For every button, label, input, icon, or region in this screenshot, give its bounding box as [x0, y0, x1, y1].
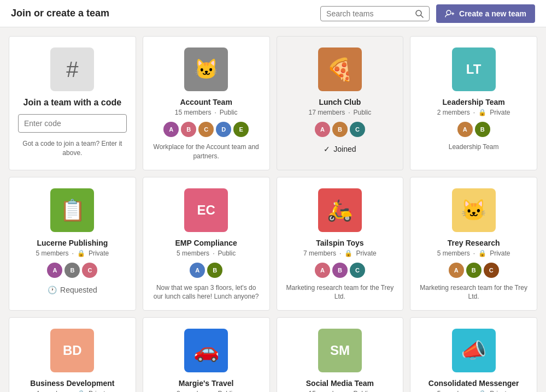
avatar: A: [449, 263, 464, 278]
team-card-emp-compliance[interactable]: EC EMP Compliance 5 members · Public A B…: [143, 177, 270, 311]
lock-icon: 🔒: [478, 109, 486, 116]
team-icon-leadership-team: LT: [452, 47, 496, 91]
team-meta-business-development: 4 members · 🔒 Private: [36, 390, 109, 392]
avatar: B: [332, 122, 348, 137]
team-card-account-team[interactable]: 🐱 Account Team 15 members · Public A B C…: [143, 36, 270, 170]
lock-icon: 🔒: [344, 250, 353, 257]
team-name-trey-research: Trey Research: [448, 239, 500, 247]
team-meta-margies-travel: 8 members · Public: [177, 390, 236, 392]
team-name-leadership-team: Leadership Team: [443, 98, 505, 106]
lock-icon: 🔒: [77, 250, 85, 257]
team-name-lunch-club: Lunch Club: [319, 98, 361, 106]
team-desc-emp-compliance: Now that we span 3 floors, let's do our …: [152, 283, 261, 302]
team-card-leadership-team[interactable]: LT Leadership Team 2 members · 🔒 Private…: [410, 36, 537, 170]
team-meta-lucerne-publishing: 5 members · 🔒 Private: [36, 250, 109, 257]
create-team-icon: [445, 9, 455, 19]
team-card-trey-research[interactable]: 🐱 Trey Research 5 members · 🔒 Private A …: [410, 177, 537, 311]
team-desc-trey-research: Marketing research team for the Trey Ltd…: [419, 283, 528, 302]
team-name-lucerne-publishing: Lucerne Publishing: [37, 239, 108, 247]
team-name-social-media-team: Social Media Team: [306, 379, 374, 388]
teams-grid: # Join a team with a code Got a code to …: [0, 27, 546, 392]
team-avatars-lucerne-publishing: A B C: [47, 263, 97, 278]
team-card-tailspin-toys[interactable]: 🛵 Tailspin Toys 7 members · 🔒 Private A …: [277, 177, 404, 311]
team-card-business-development[interactable]: BD Business Development 4 members · 🔒 Pr…: [9, 317, 136, 392]
lock-icon: 🔒: [478, 390, 486, 392]
team-card-margies-travel[interactable]: 🚗 Margie's Travel 8 members · Public: [143, 317, 270, 392]
join-code-input[interactable]: [18, 114, 127, 133]
join-code-card[interactable]: # Join a team with a code Got a code to …: [9, 36, 136, 170]
team-name-business-development: Business Development: [30, 379, 114, 388]
svg-line-1: [421, 15, 423, 17]
team-meta-consolidated-messenger: 5 members · 🔒 Private: [437, 390, 510, 392]
team-meta-account-team: 15 members · Public: [175, 109, 238, 116]
team-card-lucerne-publishing[interactable]: 📋 Lucerne Publishing 5 members · 🔒 Priva…: [9, 177, 136, 311]
search-icon: [415, 9, 424, 18]
avatar: A: [163, 122, 179, 137]
clock-icon: 🕐: [48, 286, 57, 294]
avatar: B: [207, 263, 222, 278]
team-avatars-trey-research: A B C: [449, 263, 499, 278]
team-name-margies-travel: Margie's Travel: [179, 379, 234, 388]
page-title: Join or create a team: [11, 8, 109, 19]
team-status-lunch-club: ✓ Joined: [324, 145, 356, 153]
checkmark-icon: ✓: [324, 145, 330, 153]
team-avatars-account-team: A B C D E: [163, 122, 249, 137]
team-icon-tailspin-toys: 🛵: [318, 188, 362, 232]
avatar: C: [198, 122, 214, 137]
team-icon-consolidated-messenger: 📣: [452, 329, 496, 372]
team-desc-account-team: Workplace for the Account team and partn…: [152, 142, 261, 161]
avatar: C: [350, 263, 365, 278]
avatar: C: [350, 122, 365, 137]
join-code-hint: Got a code to join a team? Enter it abov…: [18, 139, 127, 158]
team-avatars-tailspin-toys: A B C: [315, 263, 365, 278]
header: Join or create a team Create a new team: [0, 0, 546, 27]
team-card-social-media-team[interactable]: SM Social Media Team 15 members · Public: [277, 317, 404, 392]
create-new-team-button[interactable]: Create a new team: [436, 4, 535, 23]
avatar: E: [233, 122, 249, 137]
avatar: C: [484, 263, 499, 278]
avatar: B: [64, 263, 80, 278]
join-code-title: Join a team with a code: [24, 98, 122, 108]
team-name-tailspin-toys: Tailspin Toys: [316, 239, 363, 247]
team-icon-account-team: 🐱: [184, 47, 228, 91]
avatar: B: [332, 263, 348, 278]
avatar: A: [315, 263, 330, 278]
team-desc-leadership-team: Leadership Team: [449, 142, 499, 152]
team-name-emp-compliance: EMP Compliance: [175, 239, 237, 247]
team-icon-lucerne-publishing: 📋: [50, 188, 94, 232]
team-meta-leadership-team: 2 members · 🔒 Private: [437, 109, 510, 116]
search-input[interactable]: [326, 9, 410, 18]
team-desc-tailspin-toys: Marketing research team for the Trey Ltd…: [286, 283, 395, 302]
avatar: B: [466, 263, 482, 278]
lock-icon: 🔒: [478, 250, 486, 257]
team-meta-lunch-club: 17 members · Public: [309, 109, 372, 116]
avatar: A: [315, 122, 330, 137]
avatar: D: [216, 122, 231, 137]
team-meta-emp-compliance: 5 members · Public: [177, 250, 236, 257]
team-icon-lunch-club: 🍕: [318, 47, 362, 91]
team-meta-trey-research: 5 members · 🔒 Private: [437, 250, 510, 257]
avatar: A: [47, 263, 62, 278]
search-bar[interactable]: [320, 6, 430, 21]
team-name-consolidated-messenger: Consolidated Messenger: [428, 379, 519, 388]
svg-point-2: [447, 10, 451, 15]
team-avatars-lunch-club: A B C: [315, 122, 365, 137]
avatar: B: [181, 122, 196, 137]
team-icon-emp-compliance: EC: [184, 188, 228, 232]
team-name-account-team: Account Team: [180, 98, 232, 106]
team-meta-tailspin-toys: 7 members · 🔒 Private: [303, 250, 377, 257]
team-icon-social-media-team: SM: [318, 329, 362, 372]
team-meta-social-media-team: 15 members · Public: [309, 390, 372, 392]
team-icon-trey-research: 🐱: [452, 188, 496, 232]
team-status-lucerne-publishing: 🕐 Requested: [48, 286, 97, 294]
header-actions: Create a new team: [320, 4, 535, 23]
lock-icon: 🔒: [77, 390, 85, 392]
team-avatars-emp-compliance: A B: [190, 263, 222, 278]
join-code-icon: #: [50, 47, 94, 91]
team-avatars-leadership-team: A B: [457, 122, 490, 137]
team-card-consolidated-messenger[interactable]: 📣 Consolidated Messenger 5 members · 🔒 P…: [410, 317, 537, 392]
avatar: A: [457, 122, 473, 137]
team-icon-margies-travel: 🚗: [184, 329, 228, 372]
avatar: C: [82, 263, 97, 278]
team-card-lunch-club[interactable]: 🍕 Lunch Club 17 members · Public A B C ✓…: [277, 36, 404, 170]
